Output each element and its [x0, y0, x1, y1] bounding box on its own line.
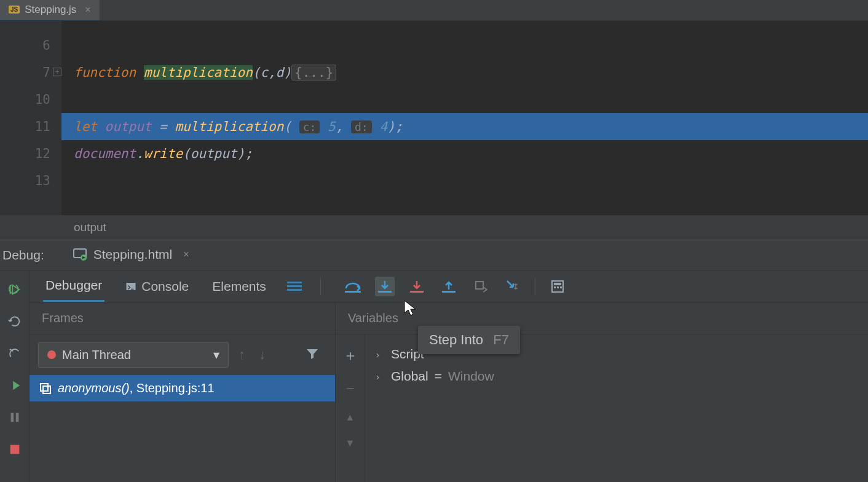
stack-frame[interactable]: anonymous(), Stepping.js:11: [30, 375, 335, 401]
browser-run-icon: [73, 247, 87, 262]
svg-rect-12: [442, 291, 456, 293]
svg-rect-9: [345, 291, 361, 293]
thread-dropdown[interactable]: Main Thread ▾: [38, 342, 229, 368]
tooltip-shortcut: F7: [493, 332, 509, 347]
gutter: 6 7 + 10 11 12 13: [0, 21, 61, 215]
svg-rect-6: [287, 282, 302, 283]
debug-run-tab[interactable]: Stepping.html ×: [61, 240, 200, 270]
mouse-cursor-icon: [403, 299, 417, 317]
frames-title: Frames: [30, 302, 335, 334]
step-into-button[interactable]: [375, 277, 395, 296]
run-to-cursor-button[interactable]: [503, 277, 523, 296]
line-number: 13: [0, 167, 50, 194]
line-number: 12: [0, 140, 50, 167]
svg-rect-4: [10, 445, 19, 454]
rerun-icon[interactable]: [8, 283, 22, 296]
pause-icon[interactable]: [8, 411, 22, 424]
variables-list: › Script › Global = Window: [365, 334, 868, 482]
line-number: 11: [0, 113, 50, 140]
svg-rect-3: [15, 413, 18, 422]
step-over-button[interactable]: [343, 277, 363, 296]
svg-rect-18: [560, 286, 562, 288]
line-number: 7 +: [0, 59, 50, 86]
status-text: output: [74, 221, 106, 234]
svg-rect-11: [410, 291, 424, 293]
remove-watch-icon[interactable]: −: [345, 380, 354, 397]
svg-rect-13: [476, 282, 483, 289]
chevron-right-icon: ›: [376, 371, 385, 382]
line-number: 6: [0, 32, 50, 59]
evaluate-button[interactable]: [548, 277, 567, 296]
debug-window-header: Debug: Stepping.html ×: [0, 240, 868, 271]
js-file-icon: JS: [9, 6, 20, 14]
resume-icon[interactable]: [8, 379, 22, 392]
fold-expand-icon[interactable]: +: [53, 68, 61, 76]
svg-rect-16: [554, 286, 556, 288]
variable-row[interactable]: › Global = Window: [376, 365, 857, 387]
variables-pane: Variables ＋ − ▲ ▼ › Script ›: [336, 302, 868, 482]
svg-rect-20: [43, 386, 50, 393]
editor-tabs: JS Stepping.js ×: [0, 0, 868, 21]
variables-toolbar: ＋ − ▲ ▼: [336, 334, 365, 482]
tab-console[interactable]: Console: [123, 271, 191, 302]
status-bar: output: [0, 215, 868, 240]
move-down-icon[interactable]: ▼: [345, 438, 355, 449]
prev-frame-icon[interactable]: ↑: [235, 347, 249, 363]
console-icon: [125, 281, 136, 292]
execution-line: let output = multiplication( c: 5, d: 4)…: [61, 113, 868, 140]
threads-icon[interactable]: [287, 280, 302, 293]
code-editor: 6 7 + 10 11 12 13 function multiplicatio…: [0, 21, 868, 215]
debug-panel: Debugger Console Elements Frames: [0, 271, 868, 482]
svg-rect-7: [287, 285, 302, 287]
thread-status-icon: [47, 350, 56, 359]
debug-label: Debug:: [2, 248, 61, 263]
svg-rect-8: [287, 289, 302, 291]
debug-run-tab-label: Stepping.html: [93, 247, 172, 262]
svg-rect-19: [41, 384, 48, 391]
file-tab-label: Stepping.js: [25, 4, 76, 16]
svg-rect-15: [554, 283, 561, 285]
stop-icon[interactable]: [8, 443, 22, 456]
add-watch-icon[interactable]: ＋: [343, 346, 358, 365]
filter-icon[interactable]: [306, 347, 326, 363]
frame-icon: [39, 382, 52, 395]
tooltip: Step Into F7: [418, 326, 520, 354]
settings-icon[interactable]: [8, 347, 22, 360]
close-icon[interactable]: ×: [183, 249, 189, 260]
close-icon[interactable]: ×: [85, 4, 90, 15]
refresh-icon[interactable]: [8, 315, 22, 328]
tooltip-label: Step Into: [429, 332, 483, 347]
frames-pane: Frames Main Thread ▾ ↑ ↓ anonymo: [30, 302, 336, 482]
debug-left-rail: [0, 271, 30, 482]
chevron-down-icon: ▾: [213, 347, 219, 362]
svg-rect-2: [10, 413, 14, 422]
chevron-right-icon: ›: [376, 349, 385, 360]
step-out-button[interactable]: [439, 277, 459, 296]
panel-tabs: Debugger Console Elements: [30, 271, 868, 302]
force-step-into-button[interactable]: [407, 277, 427, 296]
tab-debugger[interactable]: Debugger: [43, 271, 105, 302]
code-content[interactable]: function multiplication(c,d){...} let ou…: [61, 21, 868, 215]
next-frame-icon[interactable]: ↓: [255, 347, 269, 363]
line-number: 10: [0, 86, 50, 113]
drop-frame-button[interactable]: [471, 277, 491, 296]
svg-rect-10: [378, 291, 392, 293]
tab-elements[interactable]: Elements: [210, 271, 269, 302]
move-up-icon[interactable]: ▲: [345, 412, 355, 423]
svg-rect-17: [557, 286, 559, 288]
file-tab[interactable]: JS Stepping.js ×: [0, 0, 100, 20]
